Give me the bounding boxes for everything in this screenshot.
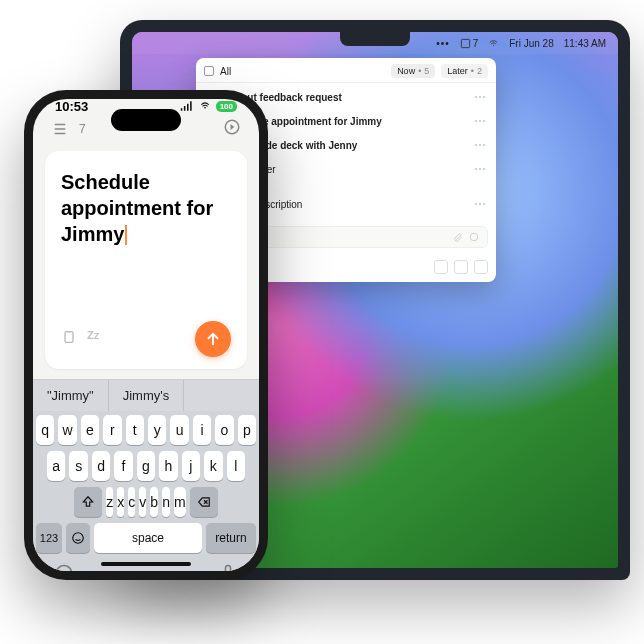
key-c[interactable]: c	[128, 487, 135, 517]
task-menu-icon[interactable]: ⋯	[474, 90, 486, 104]
emoji-key[interactable]	[66, 523, 90, 553]
keyboard-emoji-icon[interactable]	[54, 563, 74, 571]
attachment-icon[interactable]	[453, 232, 463, 242]
key-t[interactable]: t	[126, 415, 144, 445]
key-q[interactable]: q	[36, 415, 54, 445]
svg-point-1	[470, 233, 478, 241]
backspace-key[interactable]	[190, 487, 218, 517]
svg-point-5	[57, 566, 72, 572]
keyboard-mic-icon[interactable]	[218, 563, 238, 571]
suggestion-1[interactable]: "Jimmy"	[33, 380, 109, 411]
task-menu-icon[interactable]: ⋯	[474, 197, 486, 211]
keyboard-suggestions: "Jimmy" Jimmy's	[33, 379, 259, 411]
clipboard-icon[interactable]	[61, 329, 77, 349]
key-b[interactable]: b	[150, 487, 158, 517]
tab-later[interactable]: Later•2	[441, 64, 488, 78]
phone-frame: 10:53 100 7 Schedule appointm	[24, 90, 268, 580]
select-all-checkbox[interactable]	[204, 66, 214, 76]
key-i[interactable]: i	[193, 415, 211, 445]
task-menu-icon[interactable]: ⋯	[474, 138, 486, 152]
key-k[interactable]: k	[204, 451, 222, 481]
nav-forward-button[interactable]	[223, 118, 241, 139]
key-f[interactable]: f	[114, 451, 132, 481]
key-g[interactable]: g	[137, 451, 155, 481]
key-s[interactable]: s	[69, 451, 87, 481]
numbers-key[interactable]: 123	[36, 523, 62, 553]
key-u[interactable]: u	[170, 415, 188, 445]
note-card: Schedule appointment for Jimmy Zz	[45, 151, 247, 369]
space-key[interactable]: space	[94, 523, 202, 553]
tab-all[interactable]: All	[220, 66, 231, 77]
key-d[interactable]: d	[92, 451, 110, 481]
suggestion-3[interactable]	[184, 380, 259, 411]
note-text-area[interactable]: Schedule appointment for Jimmy	[61, 169, 231, 321]
key-x[interactable]: x	[117, 487, 124, 517]
key-j[interactable]: j	[182, 451, 200, 481]
key-v[interactable]: v	[139, 487, 146, 517]
svg-point-4	[73, 533, 84, 544]
key-l[interactable]: l	[227, 451, 245, 481]
battery-badge: 100	[216, 101, 237, 112]
svg-rect-0	[461, 39, 469, 47]
key-p[interactable]: p	[238, 415, 256, 445]
keyboard: qwertyuiop asdfghjkl zxcvbnm 123 space r…	[33, 411, 259, 571]
menubar-time[interactable]: 11:43 AM	[564, 38, 606, 49]
task-title: Fill out feedback request	[224, 91, 466, 104]
key-o[interactable]: o	[215, 415, 233, 445]
key-a[interactable]: a	[47, 451, 65, 481]
app-tabs: All Now•5 Later•2	[196, 58, 496, 83]
footer-action-2[interactable]	[454, 260, 468, 274]
send-button[interactable]	[195, 321, 231, 357]
phone-screen: 10:53 100 7 Schedule appointm	[33, 99, 259, 571]
home-indicator[interactable]	[101, 562, 191, 566]
return-key[interactable]: return	[206, 523, 256, 553]
laptop-notch	[340, 32, 410, 46]
suggestion-2[interactable]: Jimmy's	[109, 380, 185, 411]
text-cursor	[125, 225, 127, 245]
menubar-date[interactable]: Fri Jun 28	[509, 38, 553, 49]
footer-action-1[interactable]	[434, 260, 448, 274]
tab-now[interactable]: Now•5	[391, 64, 435, 78]
menubar-app-icon[interactable]: 7	[460, 38, 479, 49]
key-n[interactable]: n	[162, 487, 170, 517]
key-y[interactable]: y	[148, 415, 166, 445]
task-menu-icon[interactable]: ⋯	[474, 114, 486, 128]
submit-icon[interactable]	[469, 232, 479, 242]
key-r[interactable]: r	[103, 415, 121, 445]
footer-action-3[interactable]	[474, 260, 488, 274]
menubar-extra-icon[interactable]: •••	[436, 38, 450, 49]
key-w[interactable]: w	[58, 415, 76, 445]
menubar-wifi-icon[interactable]	[488, 37, 499, 50]
key-m[interactable]: m	[174, 487, 186, 517]
snooze-icon[interactable]: Zz	[87, 329, 99, 349]
key-h[interactable]: h	[159, 451, 177, 481]
key-e[interactable]: e	[81, 415, 99, 445]
wifi-icon	[198, 101, 212, 113]
svg-rect-6	[226, 566, 231, 572]
shift-key[interactable]	[74, 487, 102, 517]
svg-rect-3	[65, 332, 73, 343]
cellular-icon	[180, 101, 194, 113]
key-z[interactable]: z	[106, 487, 113, 517]
status-clock: 10:53	[55, 99, 88, 114]
task-menu-icon[interactable]: ⋯	[474, 162, 486, 176]
nav-list-button[interactable]: 7	[51, 120, 86, 138]
dynamic-island	[111, 109, 181, 131]
